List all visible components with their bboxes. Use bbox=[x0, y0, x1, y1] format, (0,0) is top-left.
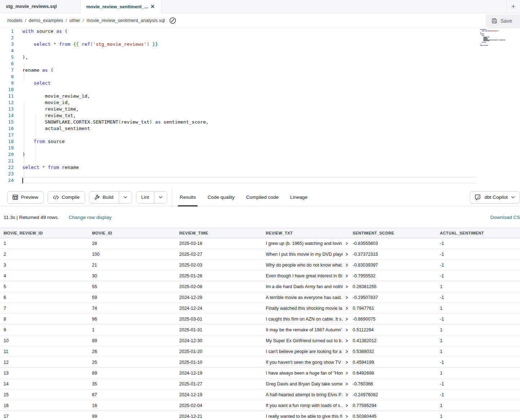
expand-cell-icon[interactable] bbox=[345, 382, 348, 386]
preview-button[interactable]: Preview bbox=[7, 191, 44, 204]
line-number: 22 bbox=[0, 164, 14, 171]
expand-cell-icon[interactable] bbox=[345, 263, 348, 267]
lint-label: Lint bbox=[141, 195, 149, 200]
code-line[interactable] bbox=[22, 61, 209, 67]
cell: 0.7947761 bbox=[349, 303, 436, 314]
code-line[interactable]: from source bbox=[22, 138, 209, 145]
code-line[interactable] bbox=[22, 73, 209, 80]
code-line[interactable]: select * from {{ ref('stg_movie_reviews'… bbox=[22, 41, 209, 48]
expand-cell-icon[interactable] bbox=[345, 339, 348, 343]
cell: 35 bbox=[88, 379, 176, 389]
line-number-gutter: 123456789101112131415161718192021222324 bbox=[0, 28, 14, 184]
tab-label: movie_review_sentiment_... bbox=[86, 4, 148, 9]
code-line[interactable] bbox=[22, 35, 209, 41]
code-line[interactable]: select bbox=[22, 80, 209, 86]
preview-label: Preview bbox=[21, 195, 38, 200]
line-number: 10 bbox=[0, 86, 14, 93]
cell: 1 bbox=[436, 368, 520, 379]
code-line[interactable]: ), bbox=[22, 54, 209, 61]
code-line[interactable] bbox=[22, 48, 209, 54]
download-csv-link[interactable]: Download CSV bbox=[490, 215, 520, 220]
tab-lineage[interactable]: Lineage bbox=[285, 188, 313, 206]
expand-cell-icon[interactable] bbox=[345, 328, 348, 332]
expand-cell-icon[interactable] bbox=[345, 274, 348, 278]
code-line[interactable] bbox=[22, 145, 209, 151]
code-line[interactable]: rename as ( bbox=[22, 67, 209, 73]
cell: 67 bbox=[88, 389, 176, 400]
cell: -0.8690075 bbox=[349, 314, 436, 325]
change-row-display-link[interactable]: Change row display bbox=[69, 215, 111, 220]
save-label: Save bbox=[501, 18, 512, 24]
tab-stg-movie-reviews[interactable]: stg_movie_reviews.sql bbox=[0, 0, 80, 13]
expand-cell-icon[interactable] bbox=[345, 404, 348, 407]
table-row: 11262025-01-20I can't believe people are… bbox=[0, 346, 520, 357]
lint-dropdown-button[interactable] bbox=[154, 192, 167, 203]
code-editor[interactable]: 123456789101112131415161718192021222324 … bbox=[0, 28, 520, 188]
cell-review-txt: A half-hearted attempt to bring Elvis P… bbox=[262, 389, 349, 400]
cell: 2025-01-10 bbox=[176, 357, 262, 368]
code-line[interactable]: ) bbox=[22, 151, 209, 158]
code-line[interactable]: review_txt, bbox=[22, 112, 209, 119]
build-button[interactable]: Build bbox=[89, 192, 119, 203]
review-text: Im a die hard Dads Army fan and nothi… bbox=[266, 284, 343, 289]
table-row: 12252025-01-10If you haven't seen the go… bbox=[0, 357, 520, 368]
cell-review-txt: Greg Davis and Bryan Daly take some … bbox=[262, 379, 349, 389]
code-line[interactable] bbox=[22, 177, 209, 184]
tab-movie-review-sentiment[interactable]: movie_review_sentiment_... ✕ bbox=[80, 0, 162, 13]
tab-results[interactable]: Results bbox=[174, 188, 202, 206]
code-line[interactable] bbox=[22, 86, 209, 93]
expand-cell-icon[interactable] bbox=[345, 371, 348, 375]
cell: 2025-02-08 bbox=[176, 281, 262, 292]
compile-button[interactable]: Compile bbox=[48, 191, 85, 204]
expand-cell-icon[interactable] bbox=[345, 415, 348, 418]
code-line[interactable]: movie_review_id, bbox=[22, 93, 209, 99]
review-text: A half-hearted attempt to bring Elvis P… bbox=[266, 392, 343, 397]
code-line[interactable] bbox=[22, 171, 209, 177]
line-number: 15 bbox=[0, 119, 14, 125]
cell: 2025-02-03 bbox=[176, 260, 262, 271]
tab-code-quality[interactable]: Code quality bbox=[202, 188, 240, 206]
code-line[interactable]: actual_sentiment bbox=[22, 125, 209, 132]
cell: 30 bbox=[88, 271, 176, 281]
code-line[interactable]: with source as ( bbox=[22, 28, 209, 35]
expand-cell-icon[interactable] bbox=[345, 242, 348, 245]
cell: 1 bbox=[436, 325, 520, 335]
save-button[interactable]: Save bbox=[486, 14, 520, 27]
cell: -1 bbox=[436, 292, 520, 303]
code-line[interactable]: SNOWFLAKE.CORTEX.SENTIMENT(review_txt) a… bbox=[22, 119, 209, 125]
close-tab-icon[interactable]: ✕ bbox=[150, 4, 155, 9]
code-line[interactable]: review_time, bbox=[22, 106, 209, 112]
cell: 2025-01-27 bbox=[176, 379, 262, 389]
cell: -0.37372315 bbox=[349, 249, 436, 260]
expand-cell-icon[interactable] bbox=[345, 393, 348, 397]
expand-cell-icon[interactable] bbox=[345, 361, 348, 364]
expand-cell-icon[interactable] bbox=[345, 285, 348, 289]
line-number: 4 bbox=[0, 48, 14, 54]
copilot-badge-icon[interactable] bbox=[169, 17, 176, 24]
tab-compiled-code[interactable]: Compiled code bbox=[240, 188, 284, 206]
review-text: I really wanted to be able to give this … bbox=[266, 414, 343, 419]
code-line[interactable]: movie_id, bbox=[22, 99, 209, 106]
lint-button[interactable]: Lint bbox=[136, 192, 154, 203]
cell-review-txt: I really wanted to be able to give this … bbox=[262, 411, 349, 420]
cell: 2024-12-24 bbox=[176, 303, 262, 314]
expand-cell-icon[interactable] bbox=[345, 317, 348, 321]
code-line[interactable] bbox=[22, 132, 209, 138]
cell: 2 bbox=[0, 249, 88, 260]
dbt-copilot-button[interactable]: dbt Copilot bbox=[470, 191, 520, 204]
code-line[interactable]: select * from rename bbox=[22, 164, 209, 171]
build-dropdown-button[interactable] bbox=[119, 192, 132, 203]
cell: 2024-12-19 bbox=[176, 368, 262, 379]
editor-minimap[interactable] bbox=[480, 28, 507, 48]
code-line[interactable] bbox=[22, 158, 209, 164]
cell: 2024-12-29 bbox=[176, 292, 262, 303]
expand-cell-icon[interactable] bbox=[345, 253, 348, 256]
new-tab-button[interactable]: + bbox=[506, 0, 520, 13]
expand-cell-icon[interactable] bbox=[345, 350, 348, 353]
cell: 17 bbox=[0, 411, 88, 420]
expand-cell-icon[interactable] bbox=[345, 296, 348, 299]
cell: 1 bbox=[88, 325, 176, 335]
expand-cell-icon[interactable] bbox=[345, 307, 348, 310]
cell: 2025-02-04 bbox=[176, 400, 262, 411]
cell: -1 bbox=[436, 271, 520, 281]
